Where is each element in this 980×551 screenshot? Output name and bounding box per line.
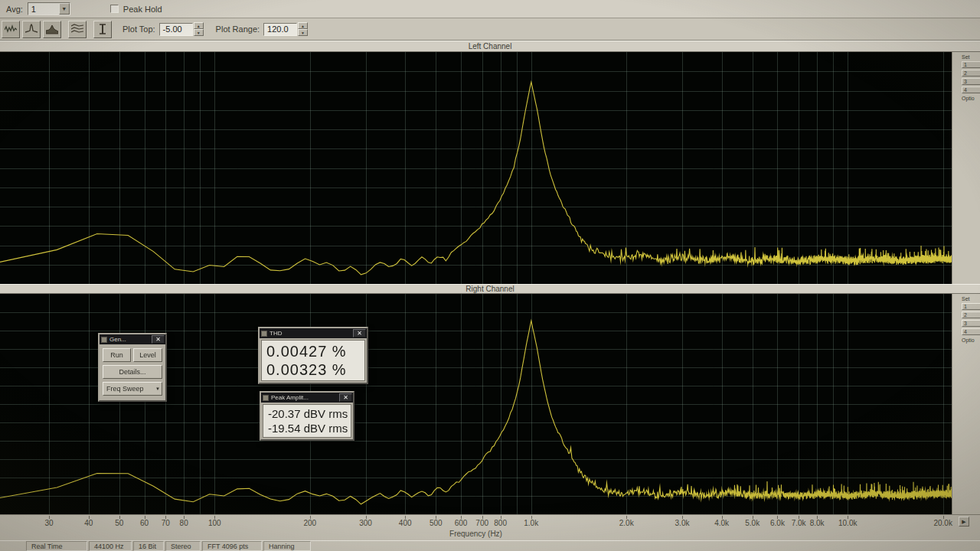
generator-body: Run Level Details... Freq Sweep ▼ (100, 344, 165, 400)
overlay-3-button[interactable]: 3 (962, 78, 980, 85)
x-tick-label: 2.0k (619, 519, 634, 527)
surface-icon (71, 24, 83, 34)
peak-amplitude-titlebar[interactable]: Peak Amplit... ✕ (261, 393, 353, 403)
x-tick-label: 200 (303, 519, 316, 527)
plot-top-spin-down[interactable]: ▼ (194, 29, 204, 36)
overlay-set-label: Set (962, 54, 980, 60)
right-overlay-panel: Set 1 2 3 4 Optio (952, 294, 980, 514)
peak-amplitude-window-title: Peak Amplit... (271, 394, 339, 401)
x-axis-strip: 3040506070801002003004005006007008001.0k… (0, 514, 980, 540)
status-channels: Stereo (165, 541, 201, 551)
x-tick-label: 100 (208, 519, 221, 527)
peak-hold-checkbox[interactable] (110, 5, 119, 13)
generator-run-button[interactable]: Run (103, 348, 131, 362)
overlay-2-button[interactable]: 2 (962, 311, 980, 318)
thd-titlebar[interactable]: THD ✕ (260, 328, 367, 338)
plot-top-spinbox: -5.00 ▲ ▼ (159, 22, 204, 36)
status-sample-rate: 44100 Hz (89, 541, 132, 551)
overlay-1-button[interactable]: 1 (962, 61, 980, 68)
x-tick-label: 30 (44, 519, 53, 527)
phase-icon (96, 24, 109, 34)
plot-range-spin-up[interactable]: ▲ (298, 22, 308, 29)
avg-label: Avg: (6, 5, 23, 14)
spectrum-icon (25, 24, 38, 34)
x-tick-label: 3.0k (675, 519, 690, 527)
close-icon[interactable]: ✕ (152, 335, 165, 344)
status-bit-depth: 16 Bit (133, 541, 164, 551)
generator-window-title: Gen... (109, 336, 152, 343)
time-series-icon (5, 24, 17, 34)
x-tick-label: 60 (140, 519, 149, 527)
overlay-set-label: Set (962, 296, 980, 302)
x-tick-label: 4.0k (714, 519, 729, 527)
x-tick-label: 20.0k (933, 519, 952, 527)
plot-range-spinbox: 120.0 ▲ ▼ (263, 22, 308, 36)
thd-window-title: THD (270, 330, 353, 337)
generator-window: Gen... ✕ Run Level Details... Freq Sweep… (98, 333, 167, 402)
close-icon[interactable]: ✕ (339, 393, 352, 402)
chevron-down-icon[interactable]: ▼ (59, 3, 70, 15)
status-fft-size: FFT 4096 pts (202, 541, 262, 551)
x-tick-label: 80 (180, 519, 188, 527)
overlay-3-button[interactable]: 3 (962, 320, 980, 327)
spectrogram-button[interactable] (43, 21, 61, 38)
generator-details-button[interactable]: Details... (103, 365, 162, 379)
x-tick-label: 7.0k (792, 519, 806, 527)
surface-button[interactable] (68, 21, 87, 38)
overlay-2-button[interactable]: 2 (962, 70, 980, 77)
plot-range-input[interactable]: 120.0 (263, 23, 297, 36)
spectrum-button[interactable] (22, 21, 41, 38)
time-series-button[interactable] (2, 21, 20, 38)
x-tick-label: 10.0k (838, 519, 857, 527)
thd-value-right: 0.00323 % (266, 360, 360, 379)
overlay-1-button[interactable]: 1 (962, 303, 980, 310)
toolbar-main-row: Plot Top: -5.00 ▲ ▼ Plot Range: 120.0 ▲ … (0, 18, 980, 41)
left-channel-plot[interactable] (0, 52, 952, 284)
spectrogram-icon (46, 24, 58, 34)
peak-amplitude-readout: -20.37 dBV rms -19.54 dBV rms (263, 404, 351, 438)
peak-hold-label: Peak Hold (123, 5, 162, 14)
left-channel-title: Left Channel (0, 41, 980, 52)
plot-top-input[interactable]: -5.00 (159, 23, 193, 36)
thd-readout: 0.00427 % 0.00323 % (261, 340, 365, 381)
right-channel-title: Right Channel (0, 284, 980, 294)
peak-value-left: -20.37 dBV rms (268, 406, 346, 421)
phase-button[interactable] (93, 21, 112, 38)
thd-window-icon (261, 331, 267, 337)
peak-amplitude-window-icon (263, 395, 269, 401)
generator-titlebar[interactable]: Gen... ✕ (100, 334, 165, 344)
generator-freq-sweep-dropdown[interactable]: Freq Sweep ▼ (103, 382, 162, 396)
x-tick-label: 5.0k (745, 519, 760, 527)
toolbar-top-row: Avg: 1 ▼ Peak Hold (0, 0, 980, 18)
avg-value: 1 (28, 5, 59, 14)
generator-level-button[interactable]: Level (133, 348, 162, 362)
close-icon[interactable]: ✕ (353, 329, 366, 337)
status-window-function: Hanning (263, 541, 311, 551)
overlay-options-label[interactable]: Optio (962, 96, 980, 101)
x-tick-label: 40 (84, 519, 93, 527)
x-tick-label: 800 (494, 519, 507, 527)
plot-range-spin-down[interactable]: ▼ (298, 29, 308, 36)
x-tick-label: 700 (475, 519, 488, 527)
right-channel-plot[interactable] (0, 294, 952, 514)
status-bar: Real Time 44100 Hz 16 Bit Stereo FFT 409… (0, 540, 980, 551)
x-axis-ticks: 3040506070801002003004005006007008001.0k… (0, 515, 952, 529)
chevron-down-icon: ▼ (155, 386, 160, 391)
axis-scroll-right-button[interactable]: ▶ (959, 517, 969, 527)
overlay-4-button[interactable]: 4 (962, 86, 980, 93)
avg-dropdown[interactable]: 1 ▼ (28, 2, 70, 15)
status-mode: Real Time (26, 541, 87, 551)
generator-freq-sweep-value: Freq Sweep (106, 385, 144, 393)
overlay-4-button[interactable]: 4 (962, 328, 980, 335)
plot-top-label: Plot Top: (122, 24, 155, 34)
spectrum-analyzer-app: Avg: 1 ▼ Peak Hold (0, 0, 980, 551)
plot-top-spin-up[interactable]: ▲ (194, 22, 204, 29)
left-overlay-panel: Set 1 2 3 4 Optio (952, 52, 980, 284)
peak-value-right: -19.54 dBV rms (268, 421, 346, 435)
x-axis-title: Frequency (Hz) (0, 530, 952, 538)
x-tick-label: 8.0k (810, 519, 825, 527)
plot-range-label: Plot Range: (216, 24, 260, 34)
thd-value-left: 0.00427 % (266, 342, 360, 360)
overlay-options-label[interactable]: Optio (962, 337, 980, 343)
x-tick-label: 500 (430, 519, 443, 527)
